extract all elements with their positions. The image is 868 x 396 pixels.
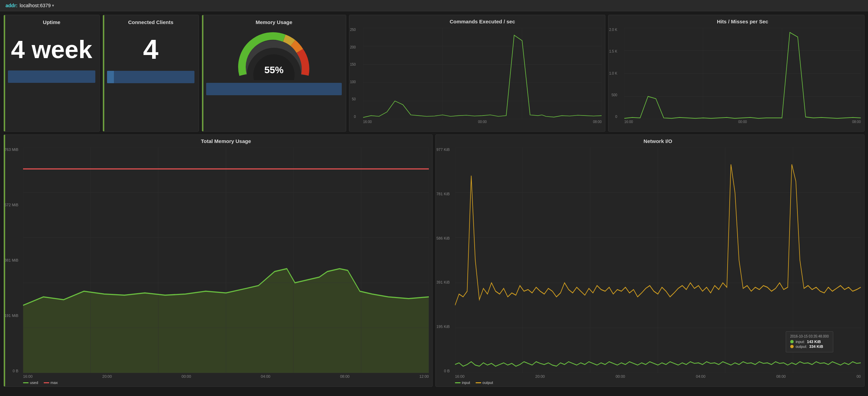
legend-output: output	[476, 381, 493, 385]
tooltip-input-value: 143 KiB	[807, 340, 821, 344]
x-label: 00	[857, 374, 861, 378]
gauge-container: 55%	[206, 29, 342, 95]
commands-executed-panel: Commands Executed / sec 250 200 150 100 …	[349, 15, 605, 132]
x-label: 16:00	[624, 120, 633, 124]
memory-usage-title: Memory Usage	[206, 19, 342, 25]
memory-usage-panel: Memory Usage	[202, 15, 346, 132]
y-label: 100	[350, 80, 356, 84]
bottom-row: Total Memory Usage 763 MiB 572 MiB 381 M…	[3, 134, 865, 387]
x-label: 00:00	[616, 374, 625, 378]
output-label: output	[483, 381, 493, 385]
y-label: 0 B	[4, 369, 18, 373]
y-label: 200	[350, 45, 356, 49]
input-label: input	[462, 381, 470, 385]
top-row: Uptime 4 week Connected Clients 4 Memory…	[3, 15, 865, 132]
x-label: 16:00	[23, 374, 33, 378]
uptime-value: 4 week	[8, 35, 95, 64]
y-label: 0	[350, 115, 356, 119]
panel-left-border	[4, 15, 5, 131]
uptime-bar	[8, 70, 95, 83]
uptime-panel: Uptime 4 week	[3, 15, 100, 132]
tooltip-output-dot	[790, 345, 794, 348]
addr-value: localhost:6379	[20, 3, 51, 8]
y-label: 0 B	[436, 369, 450, 373]
x-label: 04:00	[261, 374, 271, 378]
addr-label: addr:	[6, 3, 18, 8]
dashboard: Uptime 4 week Connected Clients 4 Memory…	[0, 11, 868, 390]
y-label: 500	[609, 93, 617, 97]
hits-chart-svg	[624, 28, 861, 119]
y-label: 781 KiB	[436, 192, 450, 196]
y-label: 572 MiB	[4, 203, 18, 207]
x-label: 00:00	[182, 374, 191, 378]
total-memory-panel: Total Memory Usage 763 MiB 572 MiB 381 M…	[3, 134, 433, 387]
x-label: 08:00	[852, 120, 861, 124]
max-label: max	[51, 381, 58, 385]
network-io-panel: Network I/O 977 KiB 781 KiB 586 KiB 391 …	[435, 134, 865, 387]
y-label: 381 MiB	[4, 258, 18, 262]
legend-used: used	[23, 381, 38, 385]
y-label: 763 MiB	[4, 147, 18, 152]
connected-clients-title: Connected Clients	[107, 19, 194, 25]
x-label: 00:00	[738, 120, 747, 124]
hits-misses-panel: Hits / Misses per Sec 2.0 K 1.5 K 1.0 K …	[608, 15, 865, 132]
x-label: 04:00	[696, 374, 706, 378]
gauge-svg: 55%	[233, 29, 315, 80]
network-io-title: Network I/O	[455, 138, 861, 144]
panel-left-border	[103, 15, 104, 131]
clients-bar	[107, 71, 194, 83]
connected-clients-panel: Connected Clients 4	[103, 15, 199, 132]
tooltip-input-row: input: 143 KiB	[790, 340, 829, 344]
output-color	[476, 382, 481, 383]
panel-left-border	[202, 15, 203, 131]
y-label: 1.0 K	[609, 72, 617, 75]
y-label: 191 MiB	[4, 314, 18, 318]
max-color	[44, 382, 49, 383]
y-label: 195 KiB	[436, 324, 450, 329]
memory-bar	[206, 83, 342, 95]
x-label: 20:00	[102, 374, 112, 378]
tooltip-output-value: 334 KiB	[809, 344, 823, 349]
x-label: 00:00	[478, 120, 487, 124]
connected-clients-value: 4	[107, 34, 194, 65]
hits-misses-title: Hits / Misses per Sec	[624, 19, 861, 24]
used-label: used	[30, 381, 38, 385]
commands-executed-title: Commands Executed / sec	[363, 19, 602, 24]
tooltip-output-row: output: 334 KiB	[790, 344, 829, 349]
total-memory-chart-svg	[23, 147, 429, 373]
header: addr: localhost:6379 ▾	[0, 0, 868, 11]
addr-dropdown-button[interactable]: ▾	[52, 3, 54, 8]
y-label: 1.5 K	[609, 50, 617, 53]
uptime-title: Uptime	[8, 19, 95, 25]
x-label: 20:00	[535, 374, 545, 378]
network-io-tooltip: 2016-10-15 03:35:48.000 input: 143 KiB o…	[786, 331, 833, 352]
input-color	[455, 382, 461, 383]
y-label: 2.0 K	[609, 28, 617, 32]
x-label: 16:00	[363, 120, 372, 124]
x-label: 08:00	[776, 374, 786, 378]
y-label: 150	[350, 63, 356, 66]
commands-chart-svg	[363, 28, 602, 119]
tooltip-timestamp: 2016-10-15 03:35:48.000	[790, 334, 829, 338]
y-label: 586 KiB	[436, 236, 450, 240]
x-label: 16:00	[455, 374, 465, 378]
y-label: 250	[350, 28, 356, 32]
y-label: 977 KiB	[436, 147, 450, 152]
x-label: 08:00	[593, 120, 602, 124]
y-label: 50	[350, 97, 356, 101]
total-memory-title: Total Memory Usage	[23, 138, 429, 144]
tooltip-output-label: output:	[796, 344, 807, 349]
network-io-legend: input output	[455, 381, 861, 385]
x-label: 08:00	[340, 374, 350, 378]
tooltip-input-dot	[790, 340, 794, 343]
svg-text:55%: 55%	[264, 65, 284, 75]
tooltip-input-label: input:	[796, 340, 805, 344]
x-label: 12:00	[419, 374, 429, 378]
clients-bar-fill	[107, 71, 114, 83]
legend-max: max	[44, 381, 58, 385]
legend-input: input	[455, 381, 470, 385]
y-label: 0	[609, 115, 617, 119]
used-color	[23, 382, 29, 383]
total-memory-legend: used max	[23, 381, 429, 385]
y-label: 391 KiB	[436, 280, 450, 284]
